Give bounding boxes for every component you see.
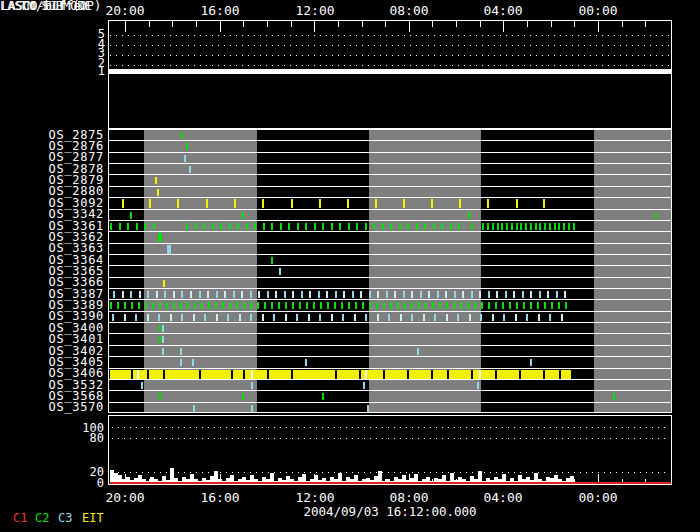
event-tick: [434, 314, 436, 321]
event-tick: [319, 199, 321, 208]
event-tick: [506, 223, 508, 230]
band-gap: [471, 370, 473, 379]
event-tick: [158, 233, 162, 242]
band-gap: [163, 370, 165, 379]
event-tick: [305, 359, 307, 366]
band-gap: [291, 370, 293, 379]
event-tick: [194, 302, 196, 309]
event-tick: [135, 314, 137, 321]
event-tick: [420, 291, 422, 298]
event-tick: [180, 359, 182, 366]
row-label: OS_3570: [20, 401, 104, 413]
event-tick: [479, 291, 481, 298]
band-white-tick: [365, 370, 367, 379]
band-white-tick: [137, 370, 139, 379]
event-tick: [318, 291, 320, 298]
band-gap: [199, 370, 201, 379]
event-tick: [460, 302, 462, 309]
top-axis-line: [108, 20, 672, 21]
event-tick: [280, 223, 282, 230]
event-tick: [319, 314, 321, 321]
row-separator: [109, 379, 671, 380]
event-tick: [573, 223, 575, 230]
buffer-gridline: [112, 472, 670, 473]
row-separator: [109, 277, 671, 278]
top-time-label: 20:00: [95, 4, 155, 17]
band-gap: [407, 370, 409, 379]
observing-stripe: [594, 129, 671, 413]
tm-right-border: [671, 20, 672, 69]
row-separator: [109, 152, 671, 153]
event-tick: [558, 302, 560, 309]
main-bottom-border: [108, 412, 672, 413]
buffer-ytick-label: 80: [74, 432, 104, 444]
event-tick: [119, 223, 121, 230]
top-axis-tick: [409, 21, 410, 32]
top-axis-tick: [243, 21, 244, 27]
event-tick: [515, 314, 517, 321]
event-tick: [326, 291, 328, 298]
event-tick: [544, 223, 546, 230]
buffer-gridline: [112, 438, 670, 439]
event-tick: [352, 291, 354, 298]
event-tick: [363, 382, 365, 389]
event-tick: [397, 302, 399, 309]
event-tick: [565, 302, 567, 309]
event-tick: [250, 291, 252, 298]
event-tick: [564, 291, 566, 298]
event-tick: [204, 314, 206, 321]
event-tick: [450, 223, 452, 230]
event-tick: [530, 223, 532, 230]
main-top-border: [108, 129, 672, 130]
event-tick: [544, 302, 546, 309]
event-tick: [147, 291, 149, 298]
event-tick: [271, 223, 273, 230]
buffer-ytick-label: 0: [74, 477, 104, 489]
event-tick: [503, 314, 505, 321]
event-tick: [390, 302, 392, 309]
top-time-label: 16:00: [190, 4, 250, 17]
event-tick: [390, 223, 392, 230]
event-tick: [543, 199, 545, 208]
event-tick: [208, 302, 210, 309]
event-tick: [471, 223, 473, 230]
event-tick: [334, 302, 336, 309]
event-tick: [273, 314, 275, 321]
event-tick: [492, 314, 494, 321]
event-band: [110, 370, 571, 379]
event-tick: [162, 325, 164, 332]
event-tick: [292, 302, 294, 309]
event-tick: [122, 199, 124, 208]
event-tick: [193, 405, 195, 412]
bottom-time-label: 00:00: [568, 491, 628, 504]
event-tick: [468, 212, 470, 219]
event-tick: [563, 223, 565, 230]
event-tick: [156, 291, 158, 298]
event-tick: [525, 223, 527, 230]
event-tick: [568, 223, 570, 230]
event-tick: [432, 302, 434, 309]
event-tick: [331, 223, 333, 230]
event-tick: [388, 314, 390, 321]
event-tick: [441, 223, 443, 230]
event-tick: [474, 302, 476, 309]
event-tick: [144, 223, 146, 230]
event-tick: [314, 223, 316, 230]
event-tick: [547, 291, 549, 298]
event-tick: [488, 302, 490, 309]
row-separator: [109, 231, 671, 232]
event-tick: [482, 223, 484, 230]
event-tick: [383, 302, 385, 309]
event-tick: [241, 291, 243, 298]
row-separator: [109, 265, 671, 266]
event-tick: [462, 291, 464, 298]
event-tick: [212, 223, 214, 230]
event-tick: [411, 291, 413, 298]
event-tick: [439, 302, 441, 309]
top-axis-tick: [551, 21, 552, 27]
event-tick: [177, 199, 179, 208]
event-tick: [433, 223, 435, 230]
event-tick: [206, 199, 208, 208]
top-axis-tick: [527, 21, 528, 27]
buffer-red-line: [110, 482, 671, 484]
